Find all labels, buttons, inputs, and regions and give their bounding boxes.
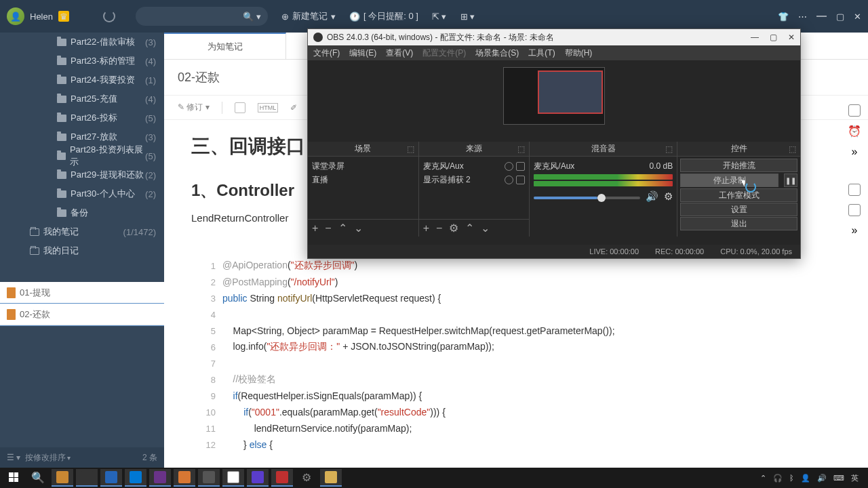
up-icon[interactable]: ⌃ [465, 222, 474, 235]
refresh-icon[interactable] [103, 10, 115, 22]
folder-icon [57, 115, 66, 122]
sidebar-item[interactable]: Part22-借款审核(3) [0, 33, 164, 52]
pause-button[interactable]: ❚❚ [784, 174, 797, 187]
volume-slider[interactable] [534, 197, 640, 199]
taskbar-app[interactable] [149, 469, 171, 487]
tshirt-icon[interactable]: 👕 [778, 12, 789, 22]
settings-button[interactable]: 设置 [680, 203, 797, 216]
sidebar-item[interactable]: Part26-投标(5) [0, 108, 164, 127]
scene-item[interactable]: 课堂录屏 [312, 159, 414, 173]
speaker-icon[interactable]: 🔊 [646, 190, 658, 203]
code-line: 6 log.info("还款异步回调：" + JSON.toJSONString… [198, 339, 868, 355]
up-icon[interactable]: ⌃ [338, 222, 347, 235]
taskbar-app[interactable] [247, 469, 269, 487]
taskbar-app[interactable]: ⚙ [296, 469, 317, 487]
chevron-up-icon[interactable]: ⌃ [760, 474, 766, 483]
rb-icon-2[interactable] [848, 184, 861, 196]
gear-icon[interactable]: ⚙ [664, 190, 673, 203]
avatar[interactable]: 👤 [7, 7, 24, 25]
taskbar-app[interactable] [76, 469, 98, 487]
obs-menu-item[interactable]: 工具(T) [528, 47, 555, 59]
html-button[interactable]: HTML [258, 103, 279, 113]
taskbar-app[interactable] [125, 469, 146, 487]
note-row[interactable]: 02-还款 [0, 304, 164, 325]
maximize-button[interactable]: ▢ [836, 12, 844, 22]
obs-preview[interactable] [503, 67, 605, 125]
tab-wiz[interactable]: 为知笔记 [164, 33, 286, 59]
search-taskbar[interactable]: 🔍 [27, 469, 49, 487]
sidebar-item[interactable]: 备份 [0, 203, 164, 222]
obs-maximize[interactable]: ▢ [770, 33, 777, 42]
stop-record-button[interactable]: 停止录制 [680, 174, 778, 187]
edit-button[interactable]: ✎ 修订 ▾ [178, 102, 210, 113]
keyboard-icon[interactable]: ⌨ [833, 474, 844, 483]
headset-icon[interactable]: 🎧 [773, 474, 783, 483]
note-row[interactable]: 01-提现 [0, 282, 164, 304]
obs-menu-item[interactable]: 场景集合(S) [475, 47, 519, 59]
studio-mode-button[interactable]: 工作室模式 [680, 188, 797, 202]
crown-icon[interactable]: ♛ [58, 11, 69, 22]
rb-icon-1[interactable] [848, 104, 861, 117]
source-item[interactable]: 麦克风/Aux [423, 159, 526, 173]
gear-icon[interactable]: ⚙ [449, 222, 458, 235]
sort-bar[interactable]: ☰ ▾ 按修改排序▾ 2 条 [0, 447, 164, 468]
sidebar-item[interactable]: 我的日记 [0, 241, 164, 260]
code-line: 9 if(RequestHelper.isSignEquals(paramMap… [198, 388, 868, 404]
system-tray[interactable]: ⌃ 🎧 ᛒ 👤 🔊 ⌨ 英 [760, 473, 865, 483]
obs-menu-item[interactable]: 查看(V) [386, 47, 413, 59]
add-icon[interactable]: + [423, 222, 429, 235]
volume-icon[interactable]: 🔊 [817, 474, 827, 483]
sidebar-item[interactable]: Part29-提现和还款(2) [0, 165, 164, 184]
eye-icon[interactable] [505, 162, 513, 171]
rb-icon-3[interactable] [848, 204, 861, 216]
source-item[interactable]: 显示器捕获 2 [423, 173, 526, 186]
more-icon-2[interactable]: » [852, 224, 858, 237]
pen-icon[interactable]: ✐ [290, 103, 297, 113]
bluetooth-icon[interactable]: ᛒ [789, 474, 794, 482]
obs-menu-item[interactable]: 配置文件(P) [422, 47, 466, 59]
obs-titlebar[interactable]: OBS 24.0.3 (64-bit, windows) - 配置文件: 未命名… [308, 29, 800, 45]
lock-icon[interactable] [516, 162, 525, 171]
sidebar-item[interactable]: Part23-标的管理(4) [0, 52, 164, 70]
taskbar-app[interactable] [52, 469, 73, 487]
new-note-button[interactable]: ⊕新建笔记 ▾ [281, 10, 336, 22]
sidebar-item[interactable]: Part30-个人中心(2) [0, 184, 164, 203]
sidebar-item[interactable]: Part28-投资列表展示(5) [0, 146, 164, 165]
start-stream-button[interactable]: 开始推流 [680, 159, 797, 172]
obs-menu-item[interactable]: 帮助(H) [565, 47, 593, 59]
more-icon[interactable]: » [852, 146, 858, 158]
grid-icon[interactable]: ⊞ ▾ [460, 12, 475, 22]
bell-icon[interactable]: ⋯ [798, 12, 807, 22]
taskbar-app[interactable] [320, 469, 342, 487]
alarm-icon[interactable]: ⏰ [848, 125, 861, 138]
remove-icon[interactable]: − [436, 222, 442, 235]
sidebar-item[interactable]: Part25-充值(4) [0, 89, 164, 108]
taskbar-app[interactable] [271, 469, 293, 487]
eye-icon[interactable] [505, 176, 513, 184]
obs-menu-item[interactable]: 文件(F) [313, 47, 340, 59]
obs-menu-item[interactable]: 编辑(E) [349, 47, 376, 59]
start-button[interactable] [3, 469, 24, 487]
taskbar-app[interactable] [198, 469, 220, 487]
add-icon[interactable]: + [312, 222, 318, 235]
taskbar-app[interactable] [174, 469, 195, 487]
obs-close[interactable]: ✕ [788, 33, 795, 42]
down-icon[interactable]: ⌄ [354, 222, 363, 235]
minimize-button[interactable] [816, 16, 827, 17]
share-icon[interactable]: ⇱ ▾ [432, 12, 447, 22]
scene-item[interactable]: 直播 [312, 173, 414, 186]
remove-icon[interactable]: − [325, 222, 331, 235]
save-icon[interactable] [235, 102, 245, 113]
sidebar-item[interactable]: Part24-我要投资(1) [0, 70, 164, 89]
sidebar-item[interactable]: 我的笔记(1/1472) [0, 222, 164, 241]
lock-icon[interactable] [516, 176, 525, 184]
search-input[interactable]: 🔍 ▾ [136, 7, 268, 26]
taskbar-app[interactable] [222, 469, 244, 487]
people-icon[interactable]: 👤 [801, 474, 810, 483]
taskbar-app[interactable] [100, 469, 122, 487]
today-reminder[interactable]: 🕐[ 今日提醒: 0 ] [349, 10, 418, 22]
obs-minimize[interactable]: — [751, 33, 759, 42]
exit-button[interactable]: 退出 [680, 217, 797, 230]
down-icon[interactable]: ⌄ [481, 222, 490, 235]
close-button[interactable]: ✕ [854, 12, 861, 22]
